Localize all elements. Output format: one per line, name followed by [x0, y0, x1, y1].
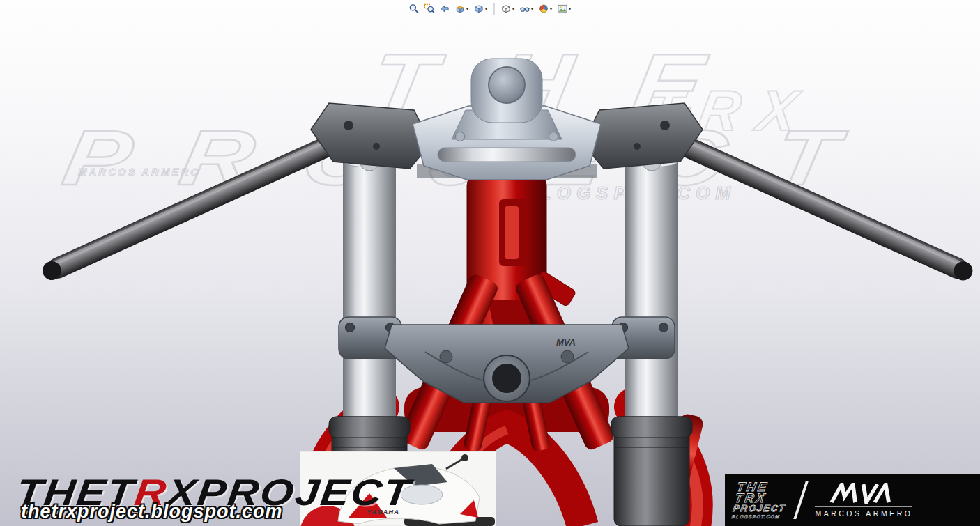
footer-logo-stack: THETRXPROJECTBLOGSPOT.COM [731, 481, 790, 519]
edit-appearance-button[interactable]: ▾ [537, 3, 554, 15]
view-orientation-icon [473, 3, 484, 14]
zoom-to-area-icon [424, 3, 434, 14]
mva-logo-icon [829, 483, 898, 504]
apply-scene-icon [558, 3, 568, 14]
dropdown-arrow-icon[interactable]: ▾ [550, 6, 553, 12]
footer-url: thetrxproject.blogspot.com [21, 501, 283, 523]
zoom-to-fit-icon [408, 3, 419, 14]
section-view-button[interactable]: ▾ [453, 3, 470, 15]
display-style-button[interactable]: ▾ [499, 3, 516, 15]
upper-triple-clamp [311, 59, 703, 180]
footer-logo-line: BLOGSPOT.COM [731, 514, 780, 519]
footer-logo-line: PROJECT [733, 504, 787, 513]
mirror-shape [461, 454, 468, 461]
dropdown-arrow-icon[interactable]: ▾ [531, 6, 534, 12]
apply-scene-button[interactable]: ▾ [556, 3, 573, 15]
credit-name: MARCOS ARMERO [815, 506, 912, 518]
footer-credit: MARCOS ARMERO [815, 483, 912, 518]
zoom-to-area-button[interactable] [422, 3, 436, 15]
toolbar-separator [493, 3, 494, 15]
dropdown-arrow-icon[interactable]: ▾ [484, 6, 487, 12]
cad-viewport[interactable]: THE TRX PROJECT BLOGSPOT.COM MARCOS ARME… [0, 0, 980, 526]
dropdown-arrow-icon[interactable]: ▾ [569, 6, 572, 12]
previous-view-icon [439, 3, 450, 14]
view-orientation-button[interactable]: ▾ [472, 3, 489, 15]
footer-credit-bar: THETRXPROJECTBLOGSPOT.COM MARCOS ARMERO [725, 474, 980, 526]
hide-show-items-icon [520, 3, 530, 14]
clamp-logo-text: MVA [556, 337, 576, 348]
footer-divider [794, 481, 809, 519]
section-view-icon [454, 3, 465, 14]
hide-show-items-button[interactable]: ▾ [519, 3, 535, 15]
edit-appearance-icon [539, 3, 549, 14]
dropdown-arrow-icon[interactable]: ▾ [466, 6, 468, 12]
view-toolbar: ▾▾▾▾▾▾ [404, 2, 575, 15]
previous-view-button[interactable] [438, 3, 451, 15]
display-style-icon [500, 3, 511, 14]
model-3d[interactable]: MVA [0, 0, 980, 526]
dropdown-arrow-icon[interactable]: ▾ [512, 6, 514, 12]
zoom-to-fit-button[interactable] [407, 3, 420, 15]
